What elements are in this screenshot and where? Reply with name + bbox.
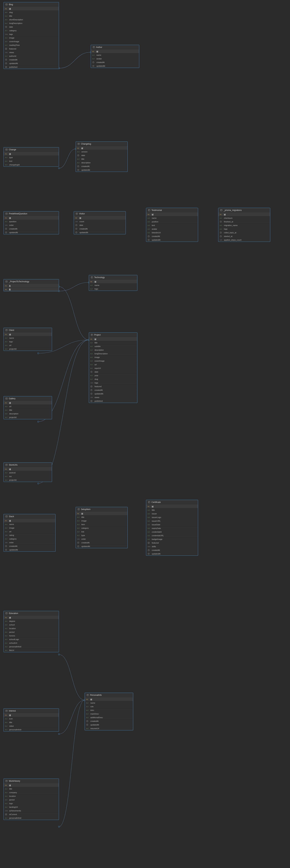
field-row[interactable]: A-Zcategory (76, 526, 127, 530)
field-row[interactable]: A§id (85, 698, 133, 701)
table-Client[interactable]: ClientA§idA-ZnameA-ZlogoA-ZurlA-Zproject… (3, 328, 52, 351)
field-row[interactable]: A-Zintro (85, 709, 133, 712)
field-row[interactable]: started_at (218, 235, 270, 238)
table-header[interactable]: Testimonial (146, 208, 198, 213)
table-header[interactable]: _ProjectToTechnology (4, 279, 59, 284)
field-row[interactable]: createdAt (76, 541, 127, 545)
field-row[interactable]: A-ZissuerLogo (146, 516, 198, 519)
field-row[interactable]: updatedAt (85, 723, 133, 727)
field-row[interactable]: A§id (4, 401, 52, 405)
table-Certificate[interactable]: CertificateA§idA-ZtitleA-ZissuerA-Zissue… (146, 500, 198, 556)
table-WorkHistory[interactable]: WorkHistoryA§idA-ZtitleA-ZcompanyA-Zloca… (3, 779, 59, 820)
field-row[interactable]: A-Zquestion (4, 220, 59, 223)
field-row[interactable]: A-ZlongDescription (4, 22, 59, 25)
field-row[interactable]: A§id (146, 213, 198, 216)
field-row[interactable]: A§id (4, 333, 52, 336)
field-row[interactable]: A-ZresumeUrl (85, 727, 133, 730)
field-row[interactable]: finished_at (218, 220, 270, 224)
field-row[interactable]: A-ZissuerURL (146, 519, 198, 523)
field-row[interactable]: A-ZreadingTime (4, 43, 59, 47)
field-row[interactable]: A-ZfileUrl (4, 649, 59, 652)
table-Stack[interactable]: StackA§idA-ZnameA-ZimageA-Zurl123ratingA… (3, 514, 56, 552)
field-row[interactable]: A-Zavatar (91, 57, 139, 61)
field-row[interactable]: A§id (4, 519, 55, 523)
field-row[interactable]: A-Ztitle (4, 408, 52, 412)
table-Gallery[interactable]: GalleryA§idA-ZurlA-ZtitleA-ZdescriptionA… (3, 396, 52, 419)
field-row[interactable]: date (89, 370, 137, 374)
field-row[interactable]: A§id (4, 713, 59, 717)
table-header[interactable]: Technology (89, 275, 137, 280)
field-row[interactable]: createdAt (146, 235, 198, 238)
field-row[interactable]: A-ZshortDescription (4, 18, 59, 22)
field-row[interactable]: createdAt (4, 58, 59, 62)
field-row[interactable]: A-ZadditionalDesc (85, 716, 133, 719)
field-row[interactable]: A-Zcategory (4, 29, 59, 32)
field-row[interactable]: A-Ztype (4, 156, 59, 159)
field-row[interactable]: A-Zios (4, 475, 52, 478)
field-row[interactable]: A-Zname (89, 283, 137, 287)
field-row[interactable]: A-Zschool (4, 623, 59, 627)
table-Education[interactable]: EducationA§idA-ZdegreeA-ZschoolA-Zlocati… (3, 611, 59, 652)
table-header[interactable]: Interest (4, 709, 59, 713)
field-row[interactable]: A-Zslug (4, 10, 59, 14)
field-row[interactable]: featured (4, 47, 59, 51)
field-row[interactable]: A-Zname (91, 53, 139, 57)
field-row[interactable]: A-Zurl (4, 405, 52, 408)
field-row[interactable]: A§id (4, 216, 59, 220)
field-row[interactable]: A-Zname (85, 701, 133, 705)
field-row[interactable]: createdAt (4, 227, 59, 231)
field-row[interactable]: A-ZauthorId (4, 54, 59, 58)
field-row[interactable]: updatedAt (4, 62, 59, 65)
field-row[interactable]: A-Zitem (76, 523, 127, 526)
field-row[interactable]: updatedAt (89, 392, 137, 396)
field-row[interactable]: A-ZschoolLogo (4, 638, 59, 641)
field-row[interactable]: A-Zlogo (4, 340, 52, 344)
field-row[interactable]: A-Zicon (4, 717, 59, 721)
field-row[interactable]: A-Zhonors (4, 634, 59, 638)
field-row[interactable]: A-Zimage (4, 526, 55, 530)
field-row[interactable]: A-Zlocation (4, 795, 59, 798)
field-row[interactable]: createdAt (91, 61, 139, 64)
field-row[interactable]: A-ZlongDescription (89, 352, 137, 355)
field-row[interactable]: A-ZmainDesc (85, 712, 133, 716)
field-row[interactable]: A-Zvalue (4, 724, 59, 728)
field-row[interactable]: updatedAt (74, 231, 126, 234)
field-row[interactable]: A-Zdescription (76, 161, 127, 164)
field-row[interactable]: A-Zavatar (146, 227, 198, 231)
field-row[interactable]: A§id (89, 337, 137, 341)
field-row[interactable]: ▭▭achievements (4, 809, 59, 813)
field-row[interactable]: A-ZchangelogId (4, 163, 59, 166)
field-row[interactable]: A-Ztitle (146, 508, 198, 512)
field-row[interactable]: A-ZbadgeImage (146, 537, 198, 541)
table-PersonalInfo[interactable]: PersonalInfoA§idA-ZnameA-ZroleA-ZintroA-… (85, 693, 133, 730)
field-row[interactable]: A-ZcredentialURL (146, 534, 198, 537)
table-Testimonial[interactable]: TestimonialA§idA-ZnameA-ZpositionA-Ztext… (146, 208, 198, 242)
field-row[interactable]: A§id (4, 7, 59, 10)
field-row[interactable]: 123order (4, 541, 55, 545)
table-header[interactable]: SetupItem (76, 507, 127, 512)
table-Blog[interactable]: BlogA§idA-ZslugA-ZtitleA-ZshortDescripti… (3, 2, 59, 69)
field-row[interactable]: createdAt (74, 227, 126, 231)
field-row[interactable]: updatedAt (146, 552, 198, 556)
field-row[interactable]: A§id (4, 616, 59, 619)
table-header[interactable]: _prisma_migrations (218, 208, 270, 213)
table-header[interactable]: StoreUrls (4, 463, 52, 467)
field-row[interactable]: A§id (74, 216, 126, 220)
table-header[interactable]: PredefinedQuestion (4, 212, 59, 216)
field-row[interactable]: A-Zperiod (4, 798, 59, 802)
field-row[interactable]: createdAt (89, 389, 137, 392)
field-row[interactable]: 123rating (4, 533, 55, 537)
field-row[interactable]: A-Ztitle (89, 341, 137, 345)
field-row[interactable]: A-Zname (146, 216, 198, 220)
field-row[interactable]: A-ZpersonalInfoId (4, 816, 59, 820)
field-row[interactable]: A-Zurl (4, 344, 52, 347)
field-row[interactable]: 123views (89, 396, 137, 399)
field-row[interactable]: A§B (4, 288, 59, 291)
table-header[interactable]: Client (4, 328, 52, 333)
table-header[interactable]: Gallery (4, 396, 52, 401)
field-row[interactable]: A-Ztitle (76, 157, 127, 161)
field-row[interactable]: A-Ztitle (4, 721, 59, 724)
field-row[interactable]: ▭▭tags (89, 381, 137, 385)
field-row[interactable]: date (4, 25, 59, 29)
table-Technology[interactable]: TechnologyA§idA-ZnameA-Zlogo (89, 275, 137, 291)
